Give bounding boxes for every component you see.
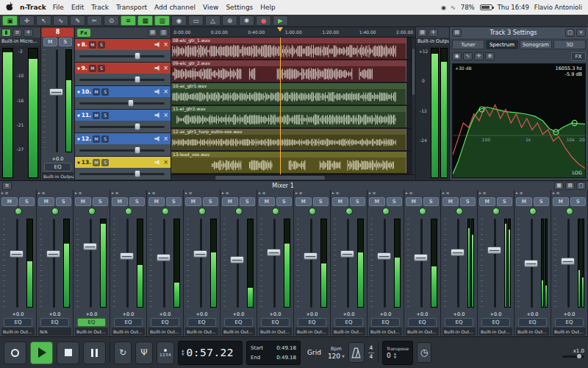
solo-button[interactable]: S [203, 197, 219, 206]
strip-menu-icon[interactable]: ≡ [446, 191, 450, 196]
maximize-icon[interactable]: ▢ [565, 29, 575, 37]
collapse-icon[interactable]: ▼ [77, 66, 80, 71]
mute-button[interactable]: M [89, 65, 96, 72]
track-header[interactable]: ▼13.MS× [75, 157, 171, 168]
record-button[interactable] [4, 342, 26, 364]
menu-view[interactable]: View [203, 4, 218, 11]
menu-edit[interactable]: Edit [71, 4, 84, 11]
pan-knob[interactable] [88, 208, 96, 215]
eq-button[interactable]: EQ [4, 318, 32, 327]
count-in-button[interactable]: 1234 [157, 342, 174, 364]
pan-knob[interactable] [15, 208, 22, 215]
app-name[interactable]: n-Track [20, 4, 46, 11]
record-arm-button[interactable]: ● [256, 15, 271, 26]
audio-clip[interactable]: 09-elc_gtr_2.wav [171, 60, 406, 82]
audio-clip[interactable]: 10-ac_gtr1.wav [171, 83, 406, 105]
speed-slider-thumb[interactable] [577, 354, 581, 358]
battery-icon[interactable] [480, 4, 492, 10]
menubar-clock[interactable]: Thu 16:49 [498, 4, 529, 11]
strip-menu-icon[interactable]: ≡ [152, 191, 156, 196]
audio-clip[interactable]: 11-el_gtr2.wav [171, 106, 406, 127]
close-track-icon[interactable]: × [163, 88, 168, 95]
strip-list-icon[interactable]: ≡ [12, 29, 22, 37]
envelope-tool-button[interactable]: ∿ [53, 15, 68, 26]
solo-button[interactable]: S [101, 112, 109, 119]
speaker-icon[interactable] [154, 66, 161, 71]
list-view-icon[interactable]: ▤ [148, 29, 157, 37]
solo-button[interactable]: S [350, 197, 366, 206]
strip-menu-icon[interactable]: ≡ [556, 191, 560, 196]
zoom-tool-button[interactable]: ⊙ [104, 15, 119, 26]
eq-button[interactable]: EQ [518, 318, 547, 327]
strip-output-icon[interactable]: ▸ [1, 191, 4, 196]
collapse-icon[interactable]: ▼ [77, 137, 80, 141]
dock-panel-icon[interactable]: ▤ [452, 29, 462, 37]
speaker-icon[interactable] [154, 136, 161, 142]
grid-view-icon[interactable]: ▦ [554, 182, 564, 190]
menubar-user[interactable]: Flavio Antonioli [534, 4, 582, 11]
playhead-marker[interactable] [277, 27, 283, 32]
strip-output-icon[interactable]: ▸ [75, 191, 77, 196]
solo-button[interactable]: S [93, 197, 109, 206]
volume-slider-handle[interactable] [135, 146, 140, 154]
mute-button[interactable]: M [222, 197, 238, 206]
solo-button[interactable]: S [313, 197, 329, 206]
pan-knob[interactable] [529, 208, 537, 215]
solo-button[interactable]: S [166, 197, 182, 206]
piano-roll-button[interactable]: ▦ [137, 15, 153, 26]
strip-output-icon[interactable]: ▸ [222, 191, 224, 196]
volume-slider-handle[interactable] [135, 52, 140, 60]
mute-button[interactable]: M [93, 159, 100, 166]
volume-fader[interactable] [340, 250, 354, 258]
transpose-value[interactable]: 0 [387, 352, 391, 359]
track-header[interactable]: ▼9.MS× [75, 63, 171, 74]
mute-button[interactable]: M [479, 197, 495, 206]
mute-button[interactable]: M [406, 197, 422, 206]
apple-menu-icon[interactable] [6, 2, 13, 13]
speed-slider[interactable] [562, 355, 584, 358]
volume-fader[interactable] [157, 254, 171, 261]
playback-speed[interactable]: x1.0 [562, 348, 584, 358]
time-spinner[interactable]: ▲▼ [182, 349, 184, 357]
volume-fader[interactable] [524, 260, 538, 267]
solo-button[interactable]: S [101, 135, 109, 143]
solo-button[interactable]: S [460, 197, 476, 206]
transpose-control[interactable]: Transpose 0 ▲▼ [382, 341, 413, 365]
record-meter-icon[interactable]: ▮ [1, 29, 11, 37]
speaker-icon[interactable] [154, 160, 161, 166]
volume-slider-handle[interactable] [135, 76, 140, 83]
eq-button[interactable]: EQ [481, 318, 510, 327]
detach-icon[interactable]: ▢ [576, 182, 586, 190]
vertical-scrollbar[interactable] [411, 38, 415, 174]
pan-knob[interactable] [198, 208, 206, 215]
strip-menu-icon[interactable]: ≡ [115, 191, 119, 196]
solo-button[interactable]: S [101, 88, 109, 96]
volume-slider-handle[interactable] [128, 99, 134, 107]
strip-output-icon[interactable]: ▸ [112, 191, 114, 196]
menu-help[interactable]: Help [260, 4, 276, 11]
pan-knob[interactable] [235, 208, 243, 215]
start-value[interactable]: 0:49.18 [276, 345, 296, 351]
volume-fader[interactable] [83, 243, 97, 250]
clock-button[interactable]: ◷ [417, 342, 431, 363]
eq-button[interactable]: EQ [555, 318, 584, 327]
volume-fader[interactable] [46, 250, 60, 258]
stop-button[interactable] [57, 342, 79, 364]
pan-knob[interactable] [566, 208, 573, 215]
pan-knob[interactable] [382, 208, 390, 215]
instrument-button[interactable]: ▭ [188, 15, 204, 26]
end-value[interactable]: 0:49.18 [276, 355, 296, 361]
grid-button[interactable]: Grid [304, 349, 324, 356]
solo-button[interactable]: S [387, 197, 403, 206]
mute-button[interactable]: M [75, 197, 91, 206]
cut-tool-button[interactable]: ✂ [87, 15, 102, 26]
grid-tool-button[interactable]: ▣ [2, 15, 18, 26]
audio-clip[interactable]: 08-elc_gtr_1.wav [171, 38, 406, 59]
time-ruler[interactable]: 0:00.000:20.000:40.001:00.001:20.001:40.… [171, 27, 415, 38]
volume-fader[interactable] [487, 247, 501, 254]
tab-sonogram[interactable]: Sonogram [520, 40, 552, 49]
mixer-menu-icon[interactable]: ≡ [2, 182, 12, 190]
strip-menu-icon[interactable]: ≡ [79, 191, 82, 196]
strip-menu-icon[interactable]: ≡ [520, 191, 523, 196]
eq-button[interactable]: EQ [44, 163, 71, 171]
